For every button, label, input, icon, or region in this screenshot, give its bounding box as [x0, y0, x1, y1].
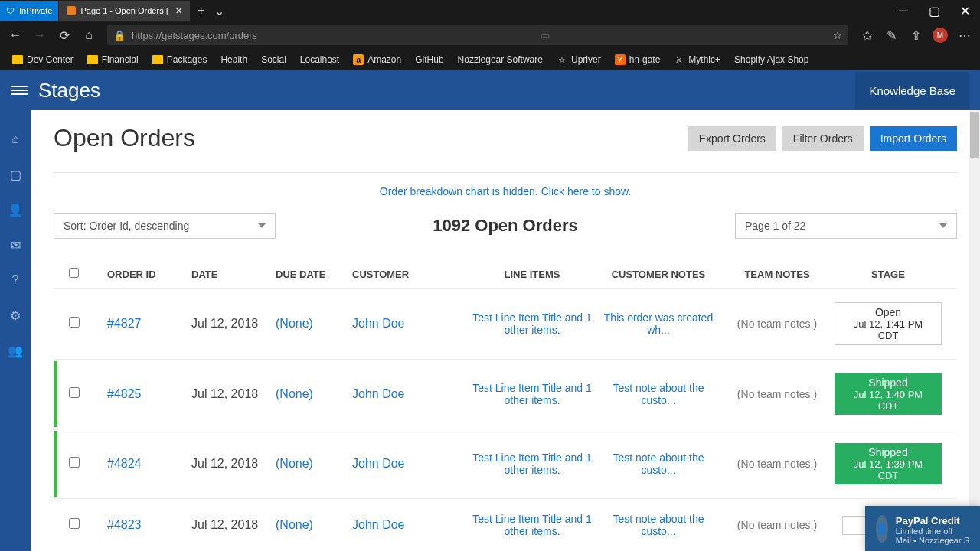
order-count: 1092 Open Orders — [276, 216, 735, 236]
minimize-button[interactable]: ─ — [888, 0, 919, 21]
customer-notes-link[interactable]: Test note about the custo... — [597, 513, 720, 537]
settings-icon[interactable]: ⚙ — [8, 308, 23, 323]
notes-icon[interactable]: ✎ — [880, 24, 902, 46]
app-header: Stages Knowledge Base — [0, 70, 980, 110]
bookmark-item[interactable]: Nozzlegear Software — [452, 52, 549, 67]
customer-link[interactable]: John Doe — [352, 457, 467, 471]
bookmark-item[interactable]: aAmazon — [347, 52, 407, 67]
order-id-link[interactable]: #4824 — [107, 457, 191, 471]
import-orders-button[interactable]: Import Orders — [870, 126, 957, 151]
due-date-link[interactable]: (None) — [276, 457, 352, 471]
page-select[interactable]: Page 1 of 22 — [735, 213, 957, 239]
home-button[interactable]: ⌂ — [78, 24, 100, 46]
line-items-link[interactable]: Test Line Item Title and 1 other items. — [467, 452, 597, 476]
toast-subtitle-2: Mail • Nozzlegear S — [896, 536, 969, 545]
due-date-link[interactable]: (None) — [276, 518, 352, 532]
export-orders-button[interactable]: Export Orders — [688, 126, 776, 151]
maximize-button[interactable]: ▢ — [919, 0, 949, 21]
order-date: Jul 12, 2018 — [191, 317, 276, 331]
tab-bar: 🛡 InPrivate Page 1 - Open Orders | × + ⌄… — [0, 0, 980, 21]
mail-icon[interactable]: ✉ — [8, 237, 23, 253]
tabs-dropdown-icon[interactable]: ⌄ — [212, 4, 227, 18]
bookmark-item[interactable]: Localhost — [294, 52, 345, 67]
bookmark-item[interactable]: GitHub — [409, 52, 449, 67]
menu-icon[interactable]: ⋯ — [954, 24, 975, 46]
customer-link[interactable]: John Doe — [352, 317, 467, 331]
lock-icon: 🔒 — [113, 30, 126, 41]
tab-title: Page 1 - Open Orders | — [80, 6, 168, 15]
home-icon[interactable]: ⌂ — [8, 132, 23, 147]
line-items-link[interactable]: Test Line Item Title and 1 other items. — [467, 311, 597, 336]
favorites-icon[interactable]: ✩ — [856, 24, 877, 46]
bookmark-item[interactable]: Health — [214, 52, 253, 67]
hamburger-menu-icon[interactable] — [11, 86, 28, 95]
customer-link[interactable]: John Doe — [352, 518, 467, 532]
due-date-link[interactable]: (None) — [276, 317, 352, 331]
people-icon[interactable]: 👥 — [8, 343, 23, 358]
new-tab-button[interactable]: + — [191, 4, 212, 18]
bookmark-label: Localhost — [300, 54, 339, 65]
due-date-link[interactable]: (None) — [276, 387, 352, 401]
share-icon[interactable]: ⇪ — [905, 24, 926, 46]
app-title: Stages — [38, 79, 100, 103]
mythic-icon: ⚔ — [674, 54, 684, 65]
document-icon[interactable]: ▢ — [8, 167, 23, 182]
users-icon[interactable]: 👤 — [8, 202, 23, 217]
tab-close-icon[interactable]: × — [176, 5, 182, 17]
table-row: #4824Jul 12, 2018(None)John DoeTest Line… — [54, 429, 957, 498]
bookmark-item[interactable]: Packages — [146, 52, 214, 67]
stage-badge[interactable]: OpenJul 12, 1:41 PM CDT — [835, 302, 942, 345]
row-checkbox[interactable] — [69, 317, 80, 328]
customer-link[interactable]: John Doe — [352, 387, 467, 401]
browser-tab[interactable]: Page 1 - Open Orders | × — [59, 1, 189, 21]
filter-orders-button[interactable]: Filter Orders — [782, 126, 864, 151]
customer-notes-link[interactable]: Test note about the custo... — [597, 382, 720, 406]
refresh-button[interactable]: ⟳ — [54, 24, 75, 46]
bookmark-item[interactable]: ☆Upriver — [550, 52, 607, 67]
table-row: #4825Jul 12, 2018(None)John DoeTest Line… — [54, 359, 957, 429]
vertical-scrollbar[interactable] — [969, 110, 980, 551]
bookmark-item[interactable]: Shopify Ajax Shop — [728, 52, 815, 67]
forward-button[interactable]: → — [29, 24, 51, 46]
inprivate-label: InPrivate — [19, 6, 52, 15]
bookmark-item[interactable]: Social — [255, 52, 292, 67]
inprivate-indicator: 🛡 InPrivate — [0, 1, 58, 21]
help-icon[interactable]: ? — [8, 272, 23, 288]
order-date: Jul 12, 2018 — [191, 518, 276, 532]
order-id-link[interactable]: #4827 — [107, 317, 191, 331]
address-bar[interactable]: 🔒 https://getstages.com/orders ▭ ☆ — [107, 25, 848, 45]
close-window-button[interactable]: ✕ — [949, 0, 980, 21]
row-checkbox[interactable] — [69, 457, 80, 468]
bookmark-item[interactable]: Dev Center — [6, 52, 80, 67]
url-text: https://getstages.com/orders — [132, 30, 257, 41]
favorite-star-icon[interactable]: ☆ — [833, 30, 842, 41]
customer-notes-link[interactable]: This order was created wh... — [597, 311, 720, 336]
select-all-checkbox[interactable] — [69, 268, 79, 278]
order-date: Jul 12, 2018 — [191, 387, 276, 401]
reading-view-icon[interactable]: ▭ — [541, 30, 550, 41]
notification-toast[interactable]: 👤 PayPal Credit Limited time off Mail • … — [865, 506, 980, 551]
bookmark-label: Shopify Ajax Shop — [734, 54, 808, 65]
knowledge-base-link[interactable]: Knowledge Base — [855, 72, 969, 109]
order-id-link[interactable]: #4823 — [107, 518, 191, 532]
folder-icon — [12, 55, 23, 64]
stage-badge[interactable]: ShippedJul 12, 1:40 PM CDT — [835, 373, 942, 415]
back-button[interactable]: ← — [5, 24, 26, 46]
profile-avatar[interactable]: M — [929, 24, 951, 46]
stage-badge[interactable]: ShippedJul 12, 1:39 PM CDT — [835, 443, 942, 484]
bookmark-label: Packages — [167, 54, 207, 65]
sort-select[interactable]: Sort: Order Id, descending — [54, 213, 276, 239]
bookmark-item[interactable]: Financial — [81, 52, 145, 67]
line-items-link[interactable]: Test Line Item Title and 1 other items. — [467, 513, 597, 537]
main-content: Open Orders Export Orders Filter Orders … — [31, 110, 980, 551]
row-checkbox[interactable] — [69, 518, 80, 529]
customer-notes-link[interactable]: Test note about the custo... — [597, 452, 720, 476]
row-checkbox[interactable] — [69, 387, 80, 398]
bookmark-item[interactable]: Yhn-gate — [609, 52, 667, 67]
show-chart-link[interactable]: Order breakdown chart is hidden. Click h… — [54, 173, 957, 213]
bookmark-label: Mythic+ — [688, 54, 720, 65]
bookmark-item[interactable]: ⚔Mythic+ — [668, 52, 727, 67]
header-due-date: DUE DATE — [276, 269, 352, 280]
order-id-link[interactable]: #4825 — [107, 387, 191, 401]
line-items-link[interactable]: Test Line Item Title and 1 other items. — [467, 382, 597, 406]
